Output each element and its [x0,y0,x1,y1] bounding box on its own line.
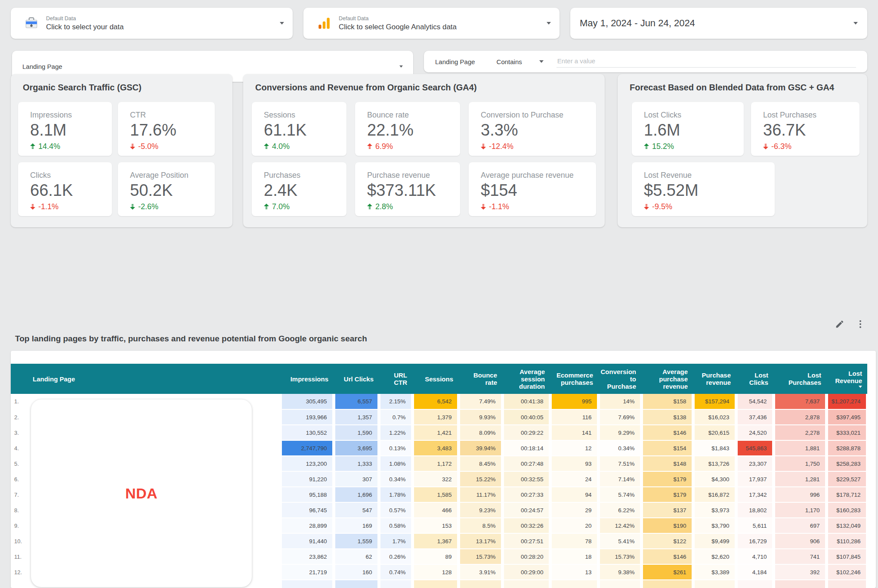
row-number: 2. [11,409,27,425]
table-cell: 95,188 [282,487,334,502]
table-cell: $107,845 [826,549,867,564]
table-cell: 23,862 [282,549,334,564]
table-cell: 28,899 [282,518,334,533]
table-cell: 18 [550,549,598,564]
metric-delta-value: 2.8% [375,202,393,211]
table-cell: 18,802 [736,502,773,518]
date-range-picker[interactable]: May 1, 2024 - Jun 24, 2024 [570,8,867,39]
table-cell: 5.74% [598,487,641,502]
metric-delta-value: -1.1% [38,202,59,211]
table-cell: 78 [550,533,598,549]
table-cell: 00:29:22 [502,425,550,440]
table-cell: 0.13% [379,440,412,456]
column-header-conversion-to-purchase[interactable]: Conversion to Purchase [598,364,641,394]
scorecard-lost-clicks: Lost Clicks 1.6M 15.2% [632,102,744,156]
nda-overlay: NDA [31,399,252,587]
table-cell: 0.26% [379,549,412,564]
column-header-impressions[interactable]: Impressions [282,364,334,394]
google-analytics-icon [317,16,331,30]
metric-label: Lost Purchases [763,111,859,120]
table-cell: 15.73% [598,549,641,564]
sort-desc-icon [859,386,862,388]
table-cell: 00:28:20 [502,549,550,564]
column-header-sessions[interactable]: Sessions [412,364,458,394]
table-cell: 00:32:26 [502,518,550,533]
filter-value-input[interactable] [556,56,856,68]
data-source-prompt: Click to select Google Analytics data [339,23,547,31]
table-cell: 16,729 [736,533,773,549]
table-cell [598,580,641,588]
table-header-row: Landing Page Impressions Url Clicks URL … [11,364,867,394]
table-cell: 1,881 [773,440,826,456]
table-cell: $160,283 [826,502,867,518]
table-cell [334,580,379,588]
data-source-selector-primary[interactable]: Default Data Click to select your data [11,8,293,39]
table-cell: 545,863 [736,440,773,456]
table-cell [379,580,412,588]
edit-button[interactable] [834,319,845,330]
metric-value: $373.11K [367,182,460,200]
table-cell: 741 [773,549,826,564]
table-cell: 123,200 [282,456,334,471]
table-cell: 1,696 [334,487,379,502]
table-cell: $1,843 [693,440,736,456]
table-cell: 1,172 [412,456,458,471]
table-cell: 1,559 [334,533,379,549]
table-cell [412,580,458,588]
filter-operator-select[interactable]: Contains [497,58,544,65]
table-cell [458,580,502,588]
table-cell: $137 [641,502,693,518]
column-header-url-clicks[interactable]: Url Clicks [334,364,379,394]
column-header-landing-page[interactable]: Landing Page [27,364,282,394]
table-cell: 93 [550,456,598,471]
column-header-lost-clicks[interactable]: Lost Clicks [736,364,773,394]
table-cell: $258,283 [826,456,867,471]
table-cell: 91,440 [282,533,334,549]
scorecard-average-position: Average Position 50.2K -2.6% [118,162,215,216]
table-cell: 0.58% [379,518,412,533]
table-cell: 2,278 [773,425,826,440]
caret-down-icon[interactable] [547,22,551,25]
column-header-url-ctr[interactable]: URL CTR [379,364,412,394]
column-header-lost-purchases[interactable]: Lost Purchases [773,364,826,394]
column-header-avg-purchase-revenue[interactable]: Average purchase revenue [641,364,693,394]
table-cell: 1,281 [773,471,826,487]
table-cell: $397,495 [826,409,867,425]
section-organic-search-traffic: Organic Search Traffic (GSC) Impressions… [11,74,232,227]
table-cell: $261 [641,564,693,580]
table-cell: 322 [412,471,458,487]
table-cell: 8.5% [458,518,502,533]
row-number: 10. [11,533,27,549]
column-header-lost-revenue[interactable]: Lost Revenue [826,364,867,394]
caret-down-icon[interactable] [280,22,284,25]
scorecard-lost-purchases: Lost Purchases 36.7K -6.3% [751,102,859,156]
caret-down-icon[interactable] [539,60,544,63]
table-cell: $20,615 [693,425,736,440]
table-cell: 0.34% [598,440,641,456]
column-header-ecommerce-purchases[interactable]: Ecommerce purchases [550,364,598,394]
table-cell: $333,021 [826,425,867,440]
caret-down-icon[interactable] [853,22,858,25]
row-number [11,580,27,588]
column-header-avg-session-duration[interactable]: Average session duration [502,364,550,394]
table-title: Top landing pages by traffic, purchases … [15,334,367,344]
metric-delta-value: -12.4% [489,142,513,151]
table-cell: 54,542 [736,394,773,409]
scorecard-sessions: Sessions 61.1K 4.0% [252,102,346,156]
row-number: 11. [11,549,27,564]
caret-down-icon[interactable] [399,65,403,68]
table-cell: $3,790 [693,518,736,533]
table-cell: 13 [550,564,598,580]
table-cell: 24,520 [736,425,773,440]
more-options-button[interactable] [855,319,866,330]
data-source-selector-analytics[interactable]: Default Data Click to select Google Anal… [303,8,560,39]
filter-operator-value: Contains [497,58,522,65]
metric-label: Clicks [30,171,112,180]
metric-value: 50.2K [130,182,215,200]
table-cell: 153 [412,518,458,533]
scorecard-ctr: CTR 17.6% -5.0% [118,102,215,156]
column-header-purchase-revenue[interactable]: Purchase revenue [693,364,736,394]
table-cell: $2,620 [693,549,736,564]
table-cell: 3.91% [458,564,502,580]
column-header-bounce-rate[interactable]: Bounce rate [458,364,502,394]
